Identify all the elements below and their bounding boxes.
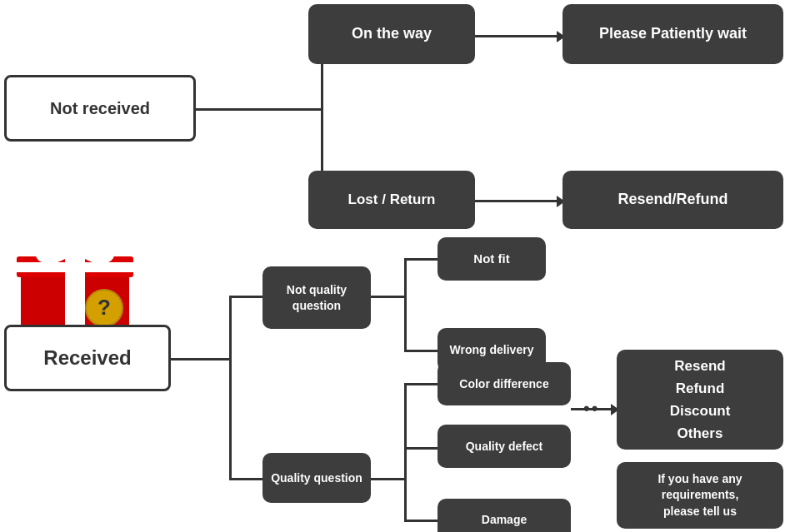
resend-options-box: Resend Refund Discount Others <box>617 350 783 450</box>
svg-rect-3 <box>17 262 133 272</box>
damage-box: Damage <box>438 499 571 532</box>
line-quality-q-branch <box>371 478 404 480</box>
line-vertical-quality <box>404 383 407 520</box>
line-to-wrong-delivery <box>404 350 442 352</box>
line-on-the-way-to-wait <box>475 35 558 37</box>
line-vertical-received-split <box>229 296 232 479</box>
lost-return-box: Lost / Return <box>308 171 475 229</box>
flowchart-diagram: ? Not received On the way Please Patient… <box>0 0 800 532</box>
please-wait-box: Please Patiently wait <box>562 4 783 64</box>
line-not-quality-branch <box>371 296 404 298</box>
on-the-way-box: On the way <box>308 4 475 64</box>
not-quality-box: Not quality question <box>262 266 371 329</box>
quality-defect-box: Quality defect <box>438 425 571 468</box>
resend-refund-top-box: Resend/Refund <box>562 171 783 229</box>
requirements-box: If you have any requirements, please tel… <box>617 462 783 529</box>
quality-question-box: Quality question <box>262 453 371 503</box>
received-box: Received <box>4 325 171 391</box>
color-difference-box: Color difference <box>438 362 571 405</box>
not-received-box: Not received <box>4 75 196 142</box>
svg-point-6 <box>65 242 85 262</box>
line-received-branch <box>171 358 229 360</box>
line-to-color-diff <box>404 383 442 385</box>
line-to-not-quality <box>229 296 267 298</box>
gift-box-icon: ? <box>8 208 142 341</box>
line-to-not-fit <box>404 258 442 261</box>
svg-text:?: ? <box>98 295 111 320</box>
line-vertical-not-quality <box>404 258 407 350</box>
line-to-options <box>571 408 612 410</box>
line-to-quality-q <box>229 478 267 480</box>
line-not-received-branch <box>196 108 321 111</box>
not-fit-box: Not fit <box>438 237 546 281</box>
line-lost-to-resend <box>475 200 558 202</box>
line-to-quality-defect <box>404 447 442 450</box>
line-to-damage <box>404 520 442 522</box>
